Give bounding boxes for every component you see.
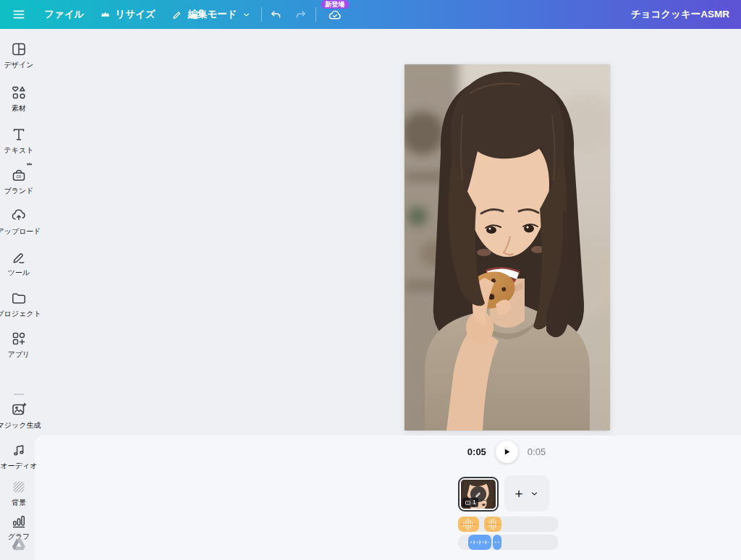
redo-button[interactable]	[289, 0, 313, 29]
sidebar-item-audio[interactable]: オーディオ	[0, 441, 38, 471]
add-page-options-button[interactable]	[530, 489, 539, 499]
resize-button[interactable]: リサイズ	[92, 0, 163, 29]
audio-clip-blue-1[interactable]	[468, 535, 491, 550]
video-frame-image	[405, 64, 610, 430]
waveform-icon	[484, 517, 501, 532]
apps-grid-icon	[10, 330, 27, 347]
sidebar-item-label: ブランド	[4, 186, 34, 196]
bar-chart-icon	[10, 512, 27, 530]
sidebar-item-label: テキスト	[4, 145, 34, 156]
cloud-check-icon	[327, 8, 342, 23]
sidebar-item-projects[interactable]: プロジェクト	[0, 289, 38, 319]
sidebar-item-uploads[interactable]: アップロード	[0, 207, 38, 237]
add-page-group: +	[504, 475, 549, 512]
pencil-icon	[172, 9, 184, 21]
topbar-divider	[316, 7, 316, 22]
background-texture-icon	[10, 478, 27, 496]
sidebar-item-apps[interactable]: アプリ	[0, 330, 38, 360]
sidebar-divider	[14, 394, 24, 395]
upload-cloud-icon	[10, 207, 27, 224]
sidebar-item-label: ツール	[8, 268, 30, 278]
audio-track-1[interactable]	[458, 517, 559, 532]
play-button[interactable]	[496, 441, 518, 463]
new-feature-badge: 新登場	[321, 0, 349, 9]
playback-controls: 0:05 0:05	[441, 440, 572, 463]
brand-icon: co	[10, 166, 27, 184]
waveform-icon	[458, 517, 479, 532]
top-bar: ファイル リサイズ 編集モード	[0, 0, 741, 29]
topbar-divider	[261, 7, 262, 22]
sidebar-item-google-drive[interactable]	[0, 535, 38, 553]
music-note-icon	[10, 441, 27, 459]
sidebar-item-label: 素材	[12, 103, 26, 114]
sync-status-button[interactable]: 新登場	[318, 0, 352, 29]
audio-track-2[interactable]	[458, 535, 559, 550]
hamburger-icon	[12, 7, 26, 22]
design-title[interactable]: チョコクッキーASMR	[631, 8, 741, 21]
pencil-icon	[475, 491, 483, 499]
waveform-icon	[493, 535, 501, 550]
sidebar-item-design[interactable]: デザイン	[0, 41, 38, 70]
sidebar-item-label: デザイン	[4, 60, 34, 70]
chevron-down-icon	[530, 489, 539, 499]
audio-clip-orange-1[interactable]	[458, 517, 479, 532]
audio-clip-blue-2[interactable]	[493, 535, 501, 550]
design-icon	[10, 41, 27, 58]
sidebar-item-tools[interactable]: ツール	[0, 248, 38, 278]
elapsed-time: 0:05	[467, 446, 486, 457]
sidebar-item-text[interactable]: テキスト	[0, 126, 38, 156]
timeline-panel	[35, 436, 741, 560]
edit-mode-label: 編集モード	[188, 8, 237, 21]
magic-image-icon	[10, 401, 27, 418]
resize-label: リサイズ	[115, 8, 155, 21]
canvas-page[interactable]	[405, 64, 610, 430]
google-drive-icon	[10, 535, 27, 553]
video-clip-thumbnail[interactable]: 1	[458, 477, 499, 512]
sidebar-item-label: アプリ	[8, 349, 30, 360]
crown-icon	[25, 160, 33, 168]
file-menu-label: ファイル	[44, 8, 84, 21]
sidebar-item-label: マジック生成	[0, 420, 41, 430]
elements-icon	[10, 84, 27, 101]
sidebar-item-elements[interactable]: 素材	[0, 84, 38, 114]
crown-icon	[100, 9, 111, 20]
edit-mode-button[interactable]: 編集モード	[164, 0, 259, 29]
audio-clip-orange-2[interactable]	[484, 517, 501, 532]
sidebar-item-brand[interactable]: co ブランド	[0, 166, 38, 196]
sidebar-item-label: プロジェクト	[0, 309, 41, 319]
sidebar-item-label: オーディオ	[1, 461, 38, 471]
folder-icon	[10, 289, 27, 307]
clip-count: 1	[473, 498, 476, 507]
text-icon	[10, 126, 27, 143]
app-window: ファイル リサイズ 編集モード	[0, 0, 741, 560]
svg-text:co: co	[17, 174, 22, 179]
pen-tool-icon	[10, 248, 27, 266]
play-icon	[502, 447, 512, 457]
undo-button[interactable]	[264, 0, 289, 29]
sidebar-item-label: 背景	[12, 498, 26, 508]
add-page-button[interactable]: +	[515, 487, 522, 501]
sidebar-item-magic-generate[interactable]: マジック生成	[0, 401, 38, 430]
undo-icon	[269, 8, 283, 22]
sidebar-item-background[interactable]: 背景	[0, 478, 38, 508]
main-menu-button[interactable]	[0, 0, 36, 29]
waveform-icon	[468, 535, 491, 550]
sidebar-item-label: アップロード	[0, 226, 41, 237]
chevron-down-icon	[242, 10, 251, 20]
file-menu-button[interactable]: ファイル	[36, 0, 92, 29]
redo-icon	[294, 8, 308, 22]
video-icon	[465, 500, 471, 506]
sidebar: デザイン 素材 テキスト co	[0, 29, 38, 560]
clip-count-badge: 1	[462, 498, 478, 507]
total-duration: 0:05	[528, 446, 546, 457]
